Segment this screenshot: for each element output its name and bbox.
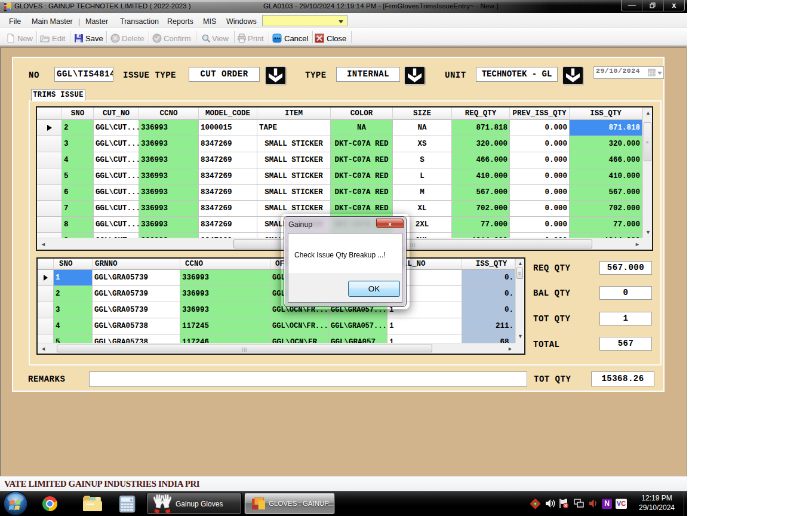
svg-text:0: 0 — [130, 498, 133, 502]
